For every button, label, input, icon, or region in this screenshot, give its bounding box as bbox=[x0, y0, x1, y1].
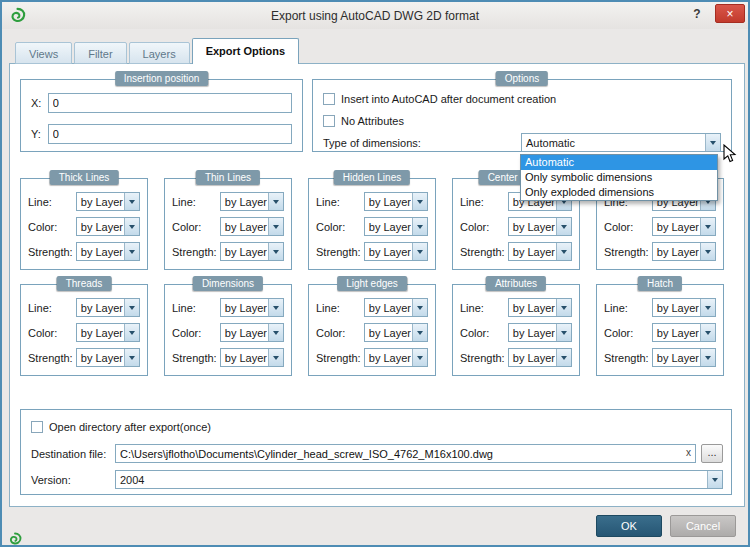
tab-layers[interactable]: Layers bbox=[129, 42, 190, 64]
strength-combo[interactable]: by Layer bbox=[652, 348, 716, 367]
chevron-down-icon[interactable] bbox=[412, 324, 427, 341]
chevron-down-icon[interactable] bbox=[556, 299, 571, 316]
group-hidden-lines: Hidden Lines Line:by Layer Color:by Laye… bbox=[308, 178, 436, 270]
dropdown-item-only-exploded[interactable]: Only exploded dimensions bbox=[521, 185, 717, 200]
chevron-down-icon[interactable] bbox=[556, 218, 571, 235]
line-label: Line: bbox=[604, 302, 652, 314]
strength-combo[interactable]: by Layer bbox=[364, 348, 428, 367]
dialog-title: Export using AutoCAD DWG 2D format bbox=[2, 9, 748, 23]
color-combo[interactable]: by Layer bbox=[652, 217, 716, 236]
help-button[interactable]: ? bbox=[687, 6, 707, 23]
destination-file-input[interactable] bbox=[115, 444, 696, 463]
dropdown-item-automatic[interactable]: Automatic bbox=[521, 155, 717, 170]
strength-row: Strength:by Layer bbox=[172, 242, 284, 261]
title-bar[interactable]: Export using AutoCAD DWG 2D format ? × bbox=[2, 2, 748, 29]
chevron-down-icon[interactable] bbox=[268, 324, 283, 341]
combo-value: by Layer bbox=[221, 246, 267, 258]
chevron-down-icon[interactable] bbox=[412, 193, 427, 210]
line-combo[interactable]: by Layer bbox=[508, 298, 572, 317]
strength-label: Strength: bbox=[460, 352, 508, 364]
chevron-down-icon[interactable] bbox=[705, 134, 720, 151]
line-combo[interactable]: by Layer bbox=[364, 298, 428, 317]
color-combo[interactable]: by Layer bbox=[220, 323, 284, 342]
strength-combo[interactable]: by Layer bbox=[76, 242, 140, 261]
chevron-down-icon[interactable] bbox=[700, 324, 715, 341]
chevron-down-icon[interactable] bbox=[268, 218, 283, 235]
chevron-down-icon[interactable] bbox=[124, 243, 139, 260]
color-combo[interactable]: by Layer bbox=[364, 323, 428, 342]
line-combo[interactable]: by Layer bbox=[76, 192, 140, 211]
chevron-down-icon[interactable] bbox=[700, 218, 715, 235]
color-combo[interactable]: by Layer bbox=[508, 323, 572, 342]
strength-combo[interactable]: by Layer bbox=[220, 348, 284, 367]
color-combo[interactable]: by Layer bbox=[652, 323, 716, 342]
strength-label: Strength: bbox=[28, 352, 76, 364]
chevron-down-icon[interactable] bbox=[124, 193, 139, 210]
insert-into-autocad-checkbox[interactable] bbox=[323, 93, 335, 105]
strength-combo[interactable]: by Layer bbox=[364, 242, 428, 261]
no-attributes-checkbox[interactable] bbox=[323, 115, 335, 127]
x-input[interactable] bbox=[48, 93, 292, 113]
chevron-down-icon[interactable] bbox=[268, 243, 283, 260]
strength-combo[interactable]: by Layer bbox=[76, 348, 140, 367]
strength-combo[interactable]: by Layer bbox=[220, 242, 284, 261]
line-combo[interactable]: by Layer bbox=[652, 298, 716, 317]
color-combo[interactable]: by Layer bbox=[220, 217, 284, 236]
combo-value: by Layer bbox=[365, 327, 411, 339]
line-combo[interactable]: by Layer bbox=[76, 298, 140, 317]
chevron-down-icon[interactable] bbox=[707, 471, 722, 488]
strength-label: Strength: bbox=[172, 246, 220, 258]
chevron-down-icon[interactable] bbox=[412, 218, 427, 235]
group-hatch-header: Hatch bbox=[638, 276, 682, 291]
close-button[interactable]: × bbox=[715, 4, 745, 23]
chevron-down-icon[interactable] bbox=[268, 299, 283, 316]
tab-export-options[interactable]: Export Options bbox=[192, 38, 299, 64]
combo-value: by Layer bbox=[221, 196, 267, 208]
line-row: Line:by Layer bbox=[316, 192, 428, 211]
color-combo[interactable]: by Layer bbox=[508, 217, 572, 236]
chevron-down-icon[interactable] bbox=[124, 324, 139, 341]
color-combo[interactable]: by Layer bbox=[76, 217, 140, 236]
chevron-down-icon[interactable] bbox=[412, 349, 427, 366]
chevron-down-icon[interactable] bbox=[412, 243, 427, 260]
line-combo[interactable]: by Layer bbox=[364, 192, 428, 211]
combo-value: by Layer bbox=[653, 246, 699, 258]
chevron-down-icon[interactable] bbox=[556, 324, 571, 341]
chevron-down-icon[interactable] bbox=[556, 349, 571, 366]
browse-button[interactable]: ... bbox=[701, 444, 723, 463]
clear-destination-icon[interactable]: x bbox=[686, 447, 691, 459]
type-of-dimensions-value: Automatic bbox=[522, 137, 704, 149]
color-combo[interactable]: by Layer bbox=[364, 217, 428, 236]
chevron-down-icon[interactable] bbox=[412, 299, 427, 316]
open-directory-checkbox[interactable] bbox=[31, 421, 43, 433]
chevron-down-icon[interactable] bbox=[268, 193, 283, 210]
chevron-down-icon[interactable] bbox=[700, 349, 715, 366]
color-combo[interactable]: by Layer bbox=[76, 323, 140, 342]
line-combo[interactable]: by Layer bbox=[220, 298, 284, 317]
version-combo[interactable]: 2004 bbox=[115, 470, 723, 489]
y-input[interactable] bbox=[48, 124, 292, 144]
chevron-down-icon[interactable] bbox=[700, 243, 715, 260]
line-combo[interactable]: by Layer bbox=[220, 192, 284, 211]
chevron-down-icon[interactable] bbox=[124, 349, 139, 366]
color-label: Color: bbox=[460, 221, 508, 233]
chevron-down-icon[interactable] bbox=[700, 299, 715, 316]
combo-value: by Layer bbox=[77, 352, 123, 364]
chevron-down-icon[interactable] bbox=[124, 218, 139, 235]
ok-button[interactable]: OK bbox=[596, 515, 662, 537]
tab-views[interactable]: Views bbox=[15, 42, 72, 64]
chevron-down-icon[interactable] bbox=[556, 243, 571, 260]
strength-combo[interactable]: by Layer bbox=[508, 348, 572, 367]
strength-combo[interactable]: by Layer bbox=[508, 242, 572, 261]
chevron-down-icon[interactable] bbox=[268, 349, 283, 366]
color-label: Color: bbox=[172, 221, 220, 233]
type-of-dimensions-combo[interactable]: Automatic bbox=[521, 133, 721, 152]
combo-value: by Layer bbox=[221, 327, 267, 339]
tab-filter[interactable]: Filter bbox=[74, 42, 126, 64]
line-label: Line: bbox=[28, 302, 76, 314]
chevron-down-icon[interactable] bbox=[124, 299, 139, 316]
cancel-button[interactable]: Cancel bbox=[670, 515, 736, 537]
dropdown-item-only-symbolic[interactable]: Only symbolic dimensions bbox=[521, 170, 717, 185]
strength-combo[interactable]: by Layer bbox=[652, 242, 716, 261]
combo-value: by Layer bbox=[77, 246, 123, 258]
